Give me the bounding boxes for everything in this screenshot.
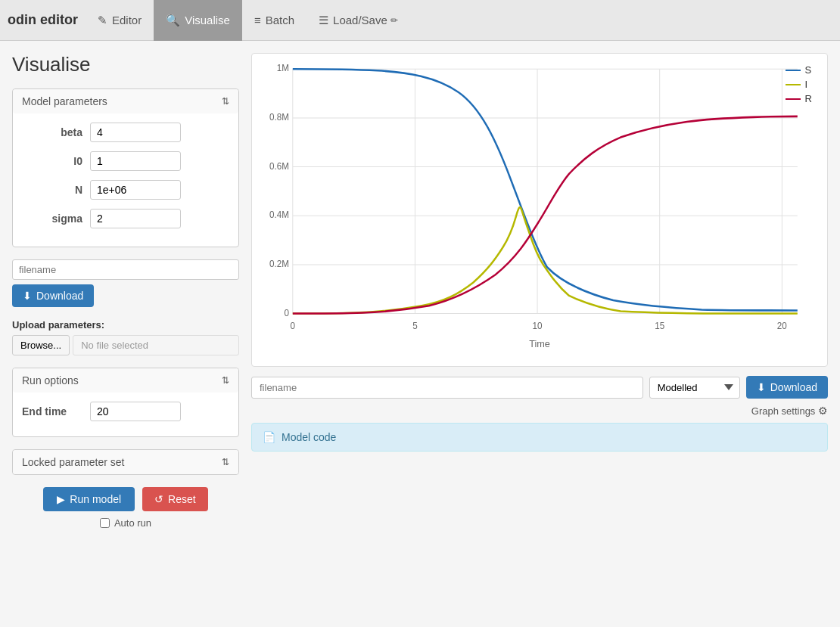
download-section: ⬇ Download — [12, 259, 239, 307]
chart-type-wrapper: Modelled Data Combined — [649, 377, 740, 399]
end-time-label: End time — [22, 405, 90, 417]
loadsave-edit-icon: ✏ — [390, 15, 398, 26]
tab-loadsave[interactable]: ☰ Load/Save ✏ — [306, 0, 410, 41]
locked-param-accordion: Locked parameter set ⇅ — [12, 449, 239, 475]
locked-param-header[interactable]: Locked parameter set ⇅ — [13, 450, 238, 474]
run-options-label: Run options — [22, 374, 79, 386]
locked-param-chevron-icon: ⇅ — [222, 457, 229, 467]
action-buttons: ▶ Run model ↺ Reset — [12, 487, 239, 511]
svg-text:15: 15 — [655, 321, 664, 331]
reset-button[interactable]: ↺ Reset — [142, 487, 208, 511]
upload-section: Upload parameters: Browse... No file sel… — [12, 319, 239, 355]
svg-text:20: 20 — [777, 321, 787, 331]
tab-visualise[interactable]: 🔍 Visualise — [154, 0, 242, 41]
locked-param-label: Locked parameter set — [22, 456, 124, 468]
param-row-n: N — [22, 180, 229, 200]
legend-S: S — [786, 64, 812, 76]
chart-bottom-bar: Modelled Data Combined ⬇ Download — [251, 376, 828, 399]
tab-editor[interactable]: ✎ Editor — [86, 0, 154, 41]
chart-legend: S I R — [786, 64, 812, 104]
auto-run-checkbox[interactable] — [100, 518, 110, 528]
auto-run-row: Auto run — [12, 517, 239, 529]
run-options-accordion: Run options ⇅ End time — [12, 368, 239, 437]
run-options-body: End time — [13, 393, 238, 436]
svg-text:0: 0 — [284, 307, 289, 318]
param-input-i0[interactable] — [90, 151, 181, 171]
page-title: Visualise — [12, 53, 239, 76]
batch-icon: ≡ — [254, 14, 261, 26]
param-input-sigma[interactable] — [90, 209, 181, 228]
app-brand: odin editor — [8, 12, 78, 28]
download-icon: ⬇ — [23, 290, 32, 302]
legend-I-line — [786, 84, 801, 85]
svg-text:5: 5 — [412, 321, 418, 331]
param-label-beta: beta — [22, 126, 82, 138]
model-code-label: Model code — [282, 431, 336, 443]
legend-S-label: S — [805, 64, 812, 76]
main-container: Visualise Model parameters ⇅ beta I0 N — [0, 41, 840, 541]
chart-download-icon: ⬇ — [757, 381, 766, 393]
model-params-accordion: Model parameters ⇅ beta I0 N sigma — [12, 88, 239, 247]
svg-text:0.8M: 0.8M — [269, 112, 289, 123]
svg-text:10: 10 — [533, 321, 543, 331]
chart-container: S I R — [251, 53, 828, 367]
upload-row: Browse... No file selected — [12, 335, 239, 355]
svg-text:0: 0 — [291, 321, 296, 331]
auto-run-label: Auto run — [114, 517, 151, 529]
svg-text:Time: Time — [529, 337, 550, 349]
browse-button[interactable]: Browse... — [12, 335, 70, 355]
param-label-sigma: sigma — [22, 213, 82, 225]
chart-type-select[interactable]: Modelled Data Combined — [649, 377, 740, 399]
chart-filename-input[interactable] — [251, 377, 643, 399]
end-time-row: End time — [22, 402, 229, 421]
left-panel: Visualise Model parameters ⇅ beta I0 N — [12, 53, 239, 529]
run-options-header[interactable]: Run options ⇅ — [13, 368, 238, 393]
no-file-label: No file selected — [73, 335, 239, 355]
model-code-icon: 📄 — [263, 431, 275, 443]
run-model-button[interactable]: ▶ Run model — [43, 487, 135, 511]
param-label-n: N — [22, 184, 82, 196]
run-options-chevron-icon: ⇅ — [222, 375, 229, 386]
model-params-header[interactable]: Model parameters ⇅ — [13, 89, 238, 113]
model-params-chevron-icon: ⇅ — [222, 96, 229, 107]
graph-settings-row[interactable]: Graph settings ⚙ — [251, 405, 828, 417]
chart-svg: 0 0.2M 0.4M 0.6M 0.8M 1M 0 5 10 15 20 Ti… — [260, 61, 820, 356]
chart-download-button[interactable]: ⬇ Download — [746, 376, 828, 399]
param-row-beta: beta — [22, 123, 229, 142]
loadsave-icon: ☰ — [319, 14, 328, 27]
model-params-body: beta I0 N sigma — [13, 113, 238, 247]
svg-text:1M: 1M — [277, 63, 289, 73]
tab-batch[interactable]: ≡ Batch — [242, 0, 306, 41]
navbar: odin editor ✎ Editor 🔍 Visualise ≡ Batch… — [0, 0, 840, 41]
legend-I: I — [786, 79, 812, 90]
gear-icon: ⚙ — [818, 405, 828, 417]
model-params-label: Model parameters — [22, 95, 107, 107]
editor-icon: ✎ — [98, 14, 107, 27]
svg-text:0.4M: 0.4M — [269, 210, 289, 220]
param-input-beta[interactable] — [90, 123, 181, 142]
download-filename-input[interactable] — [12, 259, 239, 280]
legend-I-label: I — [805, 79, 808, 90]
upload-label: Upload parameters: — [12, 319, 239, 331]
legend-S-line — [786, 70, 801, 71]
model-code-bar[interactable]: 📄 Model code — [251, 423, 828, 452]
legend-R: R — [786, 93, 812, 104]
param-row-sigma: sigma — [22, 209, 229, 228]
param-label-i0: I0 — [22, 155, 82, 167]
visualise-icon: 🔍 — [166, 14, 180, 27]
svg-text:0.6M: 0.6M — [269, 160, 289, 171]
run-icon: ▶ — [57, 493, 65, 505]
legend-R-line — [786, 98, 801, 100]
legend-R-label: R — [805, 93, 812, 104]
svg-text:0.2M: 0.2M — [269, 259, 289, 269]
end-time-input[interactable] — [90, 402, 181, 421]
reset-icon: ↺ — [154, 493, 163, 505]
param-input-n[interactable] — [90, 180, 181, 200]
right-panel: S I R — [251, 53, 828, 529]
param-row-i0: I0 — [22, 151, 229, 171]
download-button[interactable]: ⬇ Download — [12, 284, 94, 307]
